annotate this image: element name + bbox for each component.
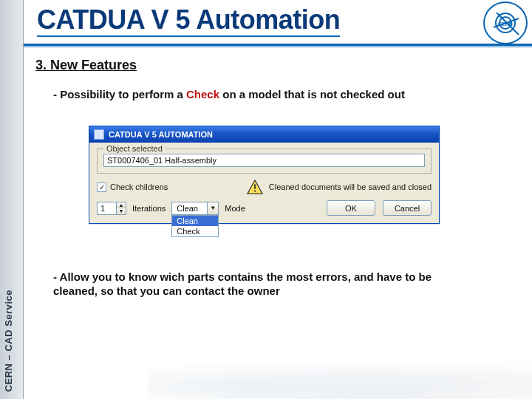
slide-header: CATDUA V 5 Automation CERN xyxy=(24,0,532,46)
warning-message: Cleaned documents will be saved and clos… xyxy=(247,180,432,194)
catdua-dialog: CATDUA V 5 AUTOMATION Object selected ✓ … xyxy=(89,126,440,224)
svg-rect-5 xyxy=(254,184,256,188)
bullet-a-prefix: - Possibility to perform a xyxy=(53,88,186,100)
iterations-label: Iterations xyxy=(132,204,166,213)
ok-button[interactable]: OK xyxy=(327,200,375,216)
mode-option-check[interactable]: Check xyxy=(172,226,218,236)
svg-rect-6 xyxy=(254,191,256,192)
bullet-a-suffix: on a model that is not checked out xyxy=(219,88,405,100)
dialog-titlebar[interactable]: CATDUA V 5 AUTOMATION xyxy=(89,126,439,143)
cancel-button[interactable]: Cancel xyxy=(383,200,432,216)
chevron-down-icon: ▼ xyxy=(207,202,218,214)
dialog-row-options: ✓ Check childrens Cleaned documents will… xyxy=(97,180,432,194)
mode-option-clean[interactable]: Clean xyxy=(172,216,218,226)
bullet-check-feature: - Possibility to perform a Check on a mo… xyxy=(53,88,520,100)
check-childrens-label: Check childrens xyxy=(110,183,168,191)
cern-logo: CERN xyxy=(483,1,528,44)
cern-logo-text: CERN xyxy=(498,21,513,27)
section-title: 3. New Features xyxy=(35,58,520,73)
sidebar: CERN – CAD Service xyxy=(0,0,24,399)
object-selected-legend: Object selected xyxy=(103,144,166,153)
dialog-title: CATDUA V 5 AUTOMATION xyxy=(109,130,213,139)
object-selected-group: Object selected xyxy=(97,149,432,174)
warning-icon xyxy=(247,180,263,194)
header-divider xyxy=(24,47,532,47)
iterations-value: 1 xyxy=(98,204,116,213)
check-childrens-checkbox[interactable]: ✓ Check childrens xyxy=(97,183,168,192)
stepper-down-icon[interactable]: ▼ xyxy=(117,208,126,214)
mode-dropdown-menu: Clean Check xyxy=(171,215,219,237)
mode-value: Clean xyxy=(172,204,207,213)
mode-label: Mode xyxy=(225,204,245,213)
checkbox-icon: ✓ xyxy=(97,183,106,192)
bullet-owner: - Allow you to know wich parts contains … xyxy=(53,270,467,299)
page-title-text: CATDUA V 5 Automation xyxy=(37,4,340,37)
mode-dropdown[interactable]: Clean ▼ xyxy=(171,202,219,215)
bullet-a-keyword: Check xyxy=(186,88,219,100)
warning-text: Cleaned documents will be saved and clos… xyxy=(269,183,432,191)
decorative-background xyxy=(148,358,532,399)
sidebar-label: CERN – CAD Service xyxy=(3,290,14,392)
object-selected-input[interactable] xyxy=(103,154,425,167)
stepper-up-icon[interactable]: ▲ xyxy=(117,202,126,209)
iterations-stepper[interactable]: 1 ▲ ▼ xyxy=(97,202,126,215)
page-title: CATDUA V 5 Automation xyxy=(37,4,340,35)
dialog-row-controls: 1 ▲ ▼ Iterations Clean ▼ Clean Check xyxy=(97,200,432,216)
dialog-system-icon xyxy=(94,129,104,140)
